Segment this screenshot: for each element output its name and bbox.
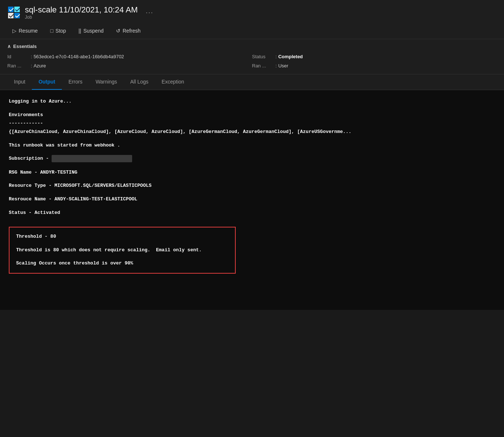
stop-button[interactable]: □ Stop: [45, 26, 71, 36]
resume-icon: ▷: [12, 28, 16, 34]
more-options-icon[interactable]: ···: [146, 9, 153, 16]
suspend-label: Suspend: [83, 28, 104, 34]
header-title-block: sql-scale 11/10/2021, 10:24 AM Job: [25, 5, 138, 20]
essentials-label: Essentials: [13, 44, 37, 49]
console-line-resource-type: Resource Type - MICROSOFT.SQL/SERVERS/EL…: [9, 182, 495, 190]
stop-icon: □: [50, 28, 53, 34]
page-title: sql-scale 11/10/2021, 10:24 AM: [25, 5, 138, 15]
toolbar: ▷ Resume □ Stop || Suspend ↺ Refresh: [0, 23, 504, 39]
tab-exception[interactable]: Exception: [155, 74, 191, 90]
console-line-1: Logging in to Azure...: [9, 97, 495, 106]
status-value: Completed: [278, 54, 303, 59]
console-line-status: Status - Activated: [9, 209, 495, 217]
resume-label: Resume: [19, 28, 38, 34]
console-line-env-header: Environments: [9, 111, 495, 119]
suspend-button[interactable]: || Suspend: [73, 26, 109, 36]
console-line-resource-name: Resrouce Name - ANDY-SCALING-TEST-ELASTI…: [9, 195, 495, 204]
essentials-row-ran-user: Ran ... : User: [252, 62, 497, 70]
subscription-redacted: [52, 155, 132, 162]
console-line-subscription: Subscription -: [9, 155, 495, 163]
page-subtitle: Job: [25, 15, 138, 20]
id-value: 563edce1-e7c0-4148-abe1-16b6db4a9702: [34, 54, 124, 59]
refresh-icon: ↺: [116, 28, 120, 34]
tab-warnings[interactable]: Warnings: [89, 74, 124, 90]
refresh-label: Refresh: [123, 28, 141, 34]
console-line-env-dash: ------------: [9, 119, 495, 128]
console-line-rsg: RSG Name - ANDYR-TESTING: [9, 168, 495, 177]
essentials-header[interactable]: ∧ Essentials: [7, 44, 497, 49]
essentials-row-status: Status : Completed: [252, 53, 497, 60]
status-label: Status: [252, 54, 274, 59]
app-icon: [7, 6, 20, 19]
ran-azure-value: Azure: [34, 63, 46, 68]
ran-user-value: User: [278, 63, 288, 68]
essentials-section: ∧ Essentials Id : 563edce1-e7c0-4148-abe…: [0, 39, 504, 74]
essentials-row-ran-azure: Ran ... : Azure: [7, 62, 252, 70]
console-line-webhook: This runbook was started from webhook .: [9, 141, 495, 150]
tab-all-logs[interactable]: All Logs: [124, 74, 155, 90]
tabs-bar: Input Output Errors Warnings All Logs Ex…: [0, 74, 504, 90]
resume-button[interactable]: ▷ Resume: [7, 26, 43, 36]
output-console: Logging in to Azure... Environments ----…: [0, 90, 504, 310]
id-label: Id: [7, 54, 29, 59]
chevron-down-icon: ∧: [7, 44, 11, 49]
console-line-env-data: {[AzureChinaCloud, AzureChinaCloud], [Az…: [9, 128, 495, 136]
app-header: sql-scale 11/10/2021, 10:24 AM Job ···: [0, 0, 504, 23]
threshold-highlight-box: Threshold - 80 Threshold is 80 which doe…: [9, 227, 236, 274]
tab-input[interactable]: Input: [7, 74, 32, 90]
essentials-grid: Id : 563edce1-e7c0-4148-abe1-16b6db4a970…: [7, 53, 497, 70]
threshold-line-2: Threshold is 80 which does not require s…: [16, 246, 228, 255]
tab-errors[interactable]: Errors: [62, 74, 89, 90]
refresh-button[interactable]: ↺ Refresh: [111, 26, 146, 36]
tab-output[interactable]: Output: [32, 74, 62, 90]
stop-label: Stop: [56, 28, 66, 34]
essentials-row-id: Id : 563edce1-e7c0-4148-abe1-16b6db4a970…: [7, 53, 252, 60]
ran-azure-label: Ran ...: [7, 63, 29, 68]
ran-user-label: Ran ...: [252, 63, 274, 68]
threshold-line-3: Scaling Occurs once threshold is over 90…: [16, 259, 228, 268]
threshold-line-1: Threshold - 80: [16, 233, 228, 241]
suspend-icon: ||: [78, 28, 81, 34]
